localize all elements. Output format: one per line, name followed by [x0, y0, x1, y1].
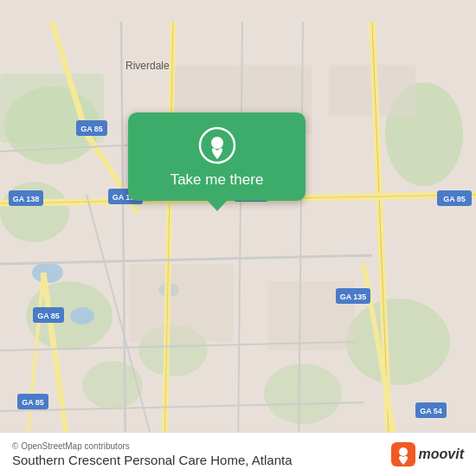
svg-point-9: [264, 363, 342, 424]
map-container: Riverdale GA 85 GA 138 GA 138 GA 138 GA …: [0, 0, 476, 476]
bottom-left: © OpenStreetMap contributors Southern Cr…: [12, 441, 293, 467]
svg-rect-15: [130, 264, 234, 342]
moovit-text: moovit: [419, 447, 464, 462]
svg-text:GA 138: GA 138: [13, 195, 40, 203]
svg-text:GA 85: GA 85: [80, 125, 103, 133]
map-svg: Riverdale GA 85 GA 138 GA 138 GA 138 GA …: [0, 0, 476, 476]
map-attribution: © OpenStreetMap contributors: [12, 441, 293, 451]
svg-text:GA 85: GA 85: [443, 195, 466, 203]
svg-point-11: [70, 307, 94, 325]
take-me-there-label: Take me there: [170, 171, 264, 189]
bottom-bar: © OpenStreetMap contributors Southern Cr…: [0, 432, 476, 476]
svg-point-10: [32, 262, 63, 283]
svg-text:GA 85: GA 85: [22, 398, 44, 407]
svg-text:Riverdale: Riverdale: [125, 60, 170, 72]
svg-point-5: [346, 299, 450, 385]
svg-text:GA 54: GA 54: [420, 407, 442, 415]
svg-point-56: [211, 137, 223, 149]
take-me-there-popup[interactable]: Take me there: [128, 113, 306, 201]
svg-text:GA 85: GA 85: [37, 312, 60, 320]
location-name: Southern Crescent Personal Care Home, At…: [12, 453, 293, 467]
location-pin-icon: [198, 126, 236, 164]
svg-point-8: [82, 361, 143, 409]
svg-point-58: [399, 447, 408, 456]
svg-text:GA 135: GA 135: [340, 293, 367, 301]
moovit-pin-icon: [391, 442, 415, 466]
moovit-logo: moovit: [391, 442, 464, 466]
